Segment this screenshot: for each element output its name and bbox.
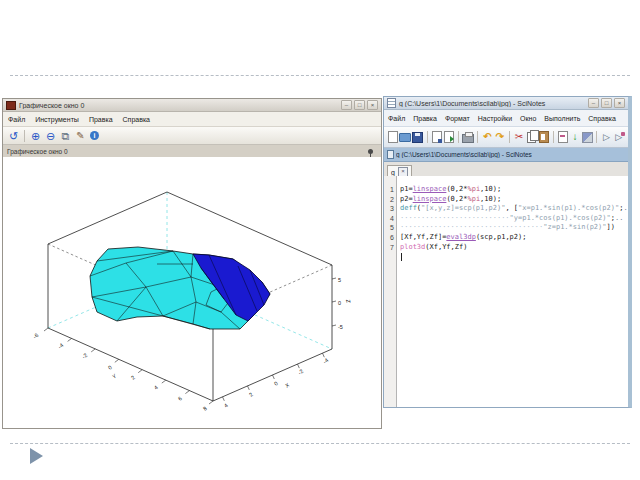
toolbar-separator [477,131,478,143]
line-number: 5 [384,223,396,233]
window-button[interactable]: □ [601,98,612,108]
window-button[interactable]: × [367,100,378,110]
line-number: 4 [384,214,396,224]
menu-item[interactable]: Инструменты [30,116,84,123]
fit-view-icon[interactable]: ⧉ [58,128,73,144]
window-button[interactable]: – [588,98,599,108]
document-path: g (C:\Users\1\Documents\scilab\jpg) - Sc… [396,151,532,158]
export-icon[interactable] [443,130,455,144]
toolbar-separator [596,131,597,143]
scinotes-window-buttons: –□× [588,98,625,108]
svg-text:-5: -5 [338,324,343,330]
open-file-icon[interactable] [399,130,411,144]
menu-item[interactable]: Файл [3,116,30,123]
window-button[interactable]: □ [354,100,365,110]
svg-text:0: 0 [273,380,279,387]
ged-editor-icon[interactable]: ✎ [73,128,88,144]
svg-text:8: 8 [202,405,208,412]
y-axis-labels: -6 -4 -2 0 2 4 6 8 Y [32,332,208,412]
x-axis-labels: 4 2 0 -2 -4 X [223,357,330,409]
graphics-window-title: Графическое окно 0 [16,102,341,109]
svg-text:-4: -4 [322,357,330,365]
z-axis-labels: -5 0 5 Z [338,277,352,330]
menu-item[interactable]: Выполнить [540,115,584,122]
new-file-icon[interactable] [387,130,399,144]
copy-icon[interactable] [525,130,537,144]
svg-text:-2: -2 [297,368,305,376]
code-editor[interactable]: 1234567 p1=linspace(0,2*%pi,10);p2=linsp… [384,176,628,407]
toolbar-separator [24,130,25,142]
line-number-gutter: 1234567 [384,176,397,407]
redo-icon[interactable]: ↷ [494,130,506,144]
menu-item[interactable]: Правка [84,116,118,123]
line-number: 1 [384,185,396,195]
window-button[interactable]: × [614,98,625,108]
z-axis-ticks [332,278,336,326]
svg-text:4: 4 [223,402,229,409]
scinotes-window-title: g (C:\Users\1\Documents\scilab\jpg) - Sc… [396,100,588,107]
cut-icon[interactable]: ✂ [513,130,525,144]
environment-icon[interactable] [581,130,593,144]
line-number: 7 [384,243,396,253]
line-number: 2 [384,195,396,205]
scinotes-titlebar[interactable]: g (C:\Users\1\Documents\scilab\jpg) - Sc… [384,97,628,110]
zoom-in-icon[interactable]: ⊕ [28,128,43,144]
code-line[interactable]: [Xf,Yf,Zf]=eval3dp(scp,p1,p2); [400,233,628,243]
plot-canvas[interactable]: -6 -4 -2 0 2 4 6 8 Y 4 2 0 -2 -4 [3,157,381,428]
scinotes-app-icon [387,98,396,108]
x-axis-ticks [223,353,325,401]
code-line[interactable]: plot3d(Xf,Yf,Zf) [400,243,628,253]
plot3d-figure: -6 -4 -2 0 2 4 6 8 Y 4 2 0 -2 -4 [26,167,358,419]
line-number: 3 [384,204,396,214]
menu-item[interactable]: Формат [441,115,474,122]
menu-item[interactable]: Справка [584,115,619,122]
print-icon[interactable] [462,130,474,144]
menu-item[interactable]: Настройки [474,115,516,122]
document-title-bar[interactable]: g (C:\Users\1\Documents\scilab\jpg) - Sc… [384,148,628,162]
svg-text:0: 0 [107,364,113,371]
svg-text:2: 2 [130,374,136,381]
scinotes-menubar: ФайлПравкаФорматНастройкиОкноВыполнитьСп… [384,110,628,127]
save-icon[interactable] [412,130,424,144]
about-icon[interactable]: i [90,131,99,140]
execute-echo-icon[interactable]: ▷ [613,130,625,144]
load-into-scilab-icon[interactable]: ↓ [569,130,581,144]
paste-icon[interactable] [537,130,549,144]
save-as-icon[interactable] [431,130,443,144]
z-axis-letter: Z [345,298,352,304]
find-replace-icon[interactable] [557,130,569,144]
code-line[interactable]: ··································"z=p1.… [400,223,628,233]
code-line[interactable]: deff("[x,y,z]=scp(p1,p2)", ["x=p1.*sin(p… [400,204,628,214]
menu-item[interactable]: Файл [384,115,409,122]
menu-item[interactable]: Окно [516,115,540,122]
scilab-app-icon [6,101,16,110]
window-button[interactable]: – [341,100,352,110]
menu-item[interactable]: Правка [409,115,441,122]
svg-text:-4: -4 [57,342,65,350]
execute-icon[interactable]: ▷ [600,130,612,144]
toolbar-separator [509,131,510,143]
x-axis-letter: X [283,382,291,390]
svg-text:5: 5 [338,277,341,283]
slide-bullet-triangle [30,448,43,464]
graphics-tab-label[interactable]: Графическое окно 0 [3,148,368,155]
code-line[interactable]: ··························"y=p1.*cos(p1)… [400,214,628,224]
svg-text:-6: -6 [32,332,40,340]
scinotes-window: g (C:\Users\1\Documents\scilab\jpg) - Sc… [383,96,632,408]
code-line[interactable]: p2=linspace(0,2*%pi,10); [400,195,628,205]
toolbar-separator [427,131,428,143]
zoom-out-icon[interactable]: ⊖ [43,128,58,144]
menu-item[interactable]: Справка [118,116,155,123]
svg-text:0: 0 [338,300,341,306]
code-line[interactable]: p1=linspace(0,2*%pi,10); [400,185,628,195]
code-lines[interactable]: p1=linspace(0,2*%pi,10);p2=linspace(0,2*… [400,176,628,407]
undo-icon[interactable]: ↶ [481,130,493,144]
pin-icon[interactable] [368,149,373,154]
text-cursor [401,253,402,261]
line-number: 6 [384,233,396,243]
scilab-graphics-window: Графическое окно 0 –□× ФайлИнструментыПр… [2,98,382,429]
slide-divider-top [10,75,630,76]
graphics-titlebar[interactable]: Графическое окно 0 –□× [3,99,381,112]
rotate-icon[interactable]: ↺ [6,128,21,144]
svg-text:4: 4 [153,384,159,391]
